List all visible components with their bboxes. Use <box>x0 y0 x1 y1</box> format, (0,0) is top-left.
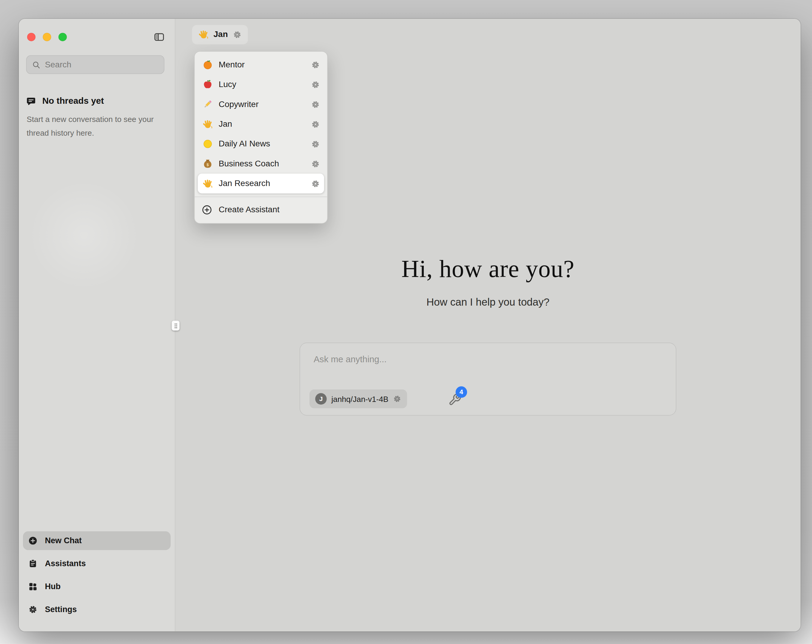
empty-state-title: No threads yet <box>43 96 104 107</box>
threads-empty-state: No threads yet Start a new conversation … <box>26 96 168 140</box>
sidebar: No threads yet Start a new conversation … <box>19 19 176 632</box>
gear-icon <box>311 100 320 109</box>
gear-icon <box>311 179 320 188</box>
assistant-menu-label: Business Coach <box>219 159 305 168</box>
main-area: Jan Mentor <box>176 19 801 632</box>
assistant-settings-button[interactable] <box>311 179 320 188</box>
create-assistant-label: Create Assistant <box>219 205 279 214</box>
assistant-settings-button[interactable] <box>311 60 320 69</box>
titlebar <box>19 19 175 43</box>
nav-label: Hub <box>45 582 61 591</box>
greeting-title: Hi, how are you? <box>176 254 801 282</box>
assistant-emoji-icon <box>203 158 213 169</box>
assistant-emoji-icon <box>203 59 213 70</box>
assistant-menu-label: Jan <box>219 119 305 128</box>
plus-circle-icon <box>28 536 37 545</box>
assistant-emoji-icon <box>203 99 213 110</box>
sidebar-toggle-icon[interactable] <box>153 31 165 43</box>
tools-button[interactable]: 4 <box>448 393 462 406</box>
assistant-dropdown-menu: Mentor Lucy <box>194 51 328 224</box>
model-avatar: J <box>315 393 327 405</box>
assistant-emoji-icon <box>203 119 213 129</box>
current-assistant-name: Jan <box>214 30 228 39</box>
chat-bubble-icon <box>26 96 36 106</box>
assistant-emoji-icon <box>203 178 213 189</box>
assistant-menu-label: Copywriter <box>219 100 305 109</box>
sidebar-item-settings[interactable]: Settings <box>23 600 171 619</box>
greeting-block: Hi, how are you? How can I help you toda… <box>176 254 801 308</box>
assistant-settings-button[interactable] <box>311 159 320 168</box>
gear-icon <box>28 605 37 614</box>
assistant-menu-label: Daily AI News <box>219 139 305 148</box>
gear-icon <box>311 60 320 69</box>
assistant-menu-label: Lucy <box>219 80 305 89</box>
minimize-window-button[interactable] <box>43 33 51 41</box>
assistant-menu-label: Jan Research <box>219 179 305 188</box>
gear-icon <box>232 30 241 39</box>
gear-icon <box>393 395 401 403</box>
assistant-settings-button[interactable] <box>311 100 320 109</box>
model-selector-button[interactable]: J janhq/Jan-v1-4B <box>310 390 407 408</box>
create-assistant-button[interactable]: Create Assistant <box>198 199 324 220</box>
gear-icon <box>311 80 320 89</box>
search-icon <box>32 60 41 69</box>
grip-dots-icon <box>173 323 177 329</box>
gear-icon <box>311 120 320 128</box>
sidebar-item-hub[interactable]: Hub <box>23 577 171 596</box>
assistant-menu-item-lucy[interactable]: Lucy <box>198 75 324 94</box>
sidebar-item-assistants[interactable]: Assistants <box>23 554 171 573</box>
hub-icon <box>28 582 37 591</box>
assistant-emoji-icon <box>203 79 213 90</box>
search-box <box>26 55 164 74</box>
assistant-menu-item-jan[interactable]: Jan <box>198 114 324 134</box>
assistant-menu-item-jan-research[interactable]: Jan Research <box>198 174 324 193</box>
jan-app-window: No threads yet Start a new conversation … <box>19 19 801 632</box>
assistant-menu-item-copywriter[interactable]: Copywriter <box>198 94 324 114</box>
chat-input[interactable] <box>314 355 658 378</box>
gear-icon <box>311 159 320 168</box>
greeting-subtitle: How can I help you today? <box>176 296 801 308</box>
assistant-selector-button[interactable]: Jan <box>192 25 248 44</box>
sidebar-nav: New Chat Assistants Hub Settings <box>19 531 175 632</box>
assistant-menu-list: Mentor Lucy <box>198 55 324 193</box>
nav-label: Settings <box>45 605 77 614</box>
window-controls <box>27 33 67 41</box>
sidebar-resize-handle[interactable] <box>172 321 179 330</box>
plus-outline-icon <box>201 204 212 215</box>
sidebar-item-new-chat[interactable]: New Chat <box>23 531 171 550</box>
nav-label: Assistants <box>45 559 85 568</box>
assistant-settings-button[interactable] <box>311 80 320 89</box>
tools-count-badge: 4 <box>456 387 467 398</box>
assistant-settings-button[interactable] <box>311 120 320 128</box>
chat-input-card: J janhq/Jan-v1-4B 4 <box>300 343 676 416</box>
assistant-emoji-icon <box>203 139 213 149</box>
close-window-button[interactable] <box>27 33 35 41</box>
desktop-background: No threads yet Start a new conversation … <box>0 0 812 644</box>
search-input[interactable] <box>45 60 159 69</box>
assistants-icon <box>28 559 37 568</box>
assistant-menu-label: Mentor <box>219 60 305 69</box>
assistant-menu-item-daily-ai-news[interactable]: Daily AI News <box>198 134 324 154</box>
nav-label: New Chat <box>45 536 82 545</box>
zoom-window-button[interactable] <box>58 33 67 41</box>
menu-divider <box>195 196 327 197</box>
main-header: Jan <box>176 19 801 50</box>
assistant-menu-item-mentor[interactable]: Mentor <box>198 55 324 75</box>
assistant-menu-item-business-coach[interactable]: Business Coach <box>198 154 324 174</box>
assistant-settings-button[interactable] <box>311 140 320 148</box>
empty-state-description: Start a new conversation to see your thr… <box>27 113 158 140</box>
gear-icon <box>311 140 320 148</box>
wave-emoji-icon <box>198 29 209 40</box>
model-name: janhq/Jan-v1-4B <box>331 394 388 403</box>
